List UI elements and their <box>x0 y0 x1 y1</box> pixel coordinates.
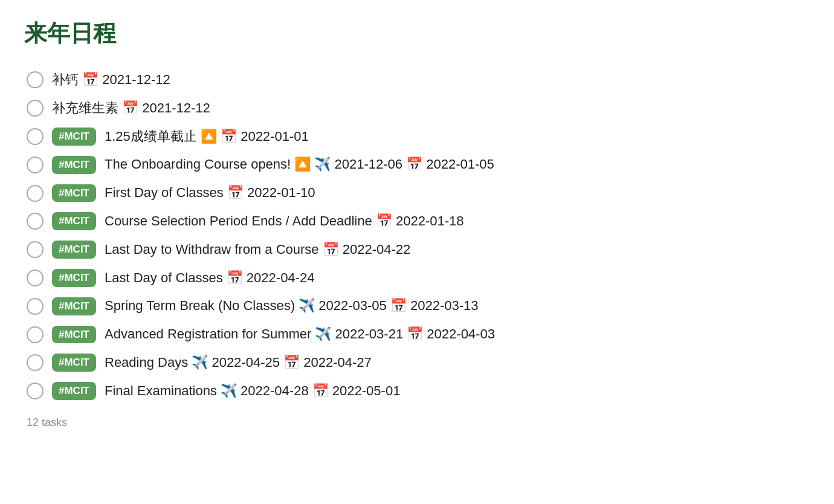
tag-mcit[interactable]: #MCIT <box>52 297 96 315</box>
tag-mcit[interactable]: #MCIT <box>52 156 96 174</box>
task-item: #MCITLast Day to Withdraw from a Course … <box>24 237 810 263</box>
task-item: #MCITFirst Day of Classes 📅 2022-01-10 <box>24 180 810 206</box>
task-count: 12 tasks <box>24 416 810 429</box>
task-item: #MCITThe Onboarding Course opens! 🔼 ✈️ 2… <box>24 152 810 178</box>
task-text: 1.25成绩单截止 🔼 📅 2022-01-01 <box>105 128 309 146</box>
task-text: Final Examinations ✈️ 2022-04-28 📅 2022-… <box>105 382 400 401</box>
task-checkbox[interactable] <box>27 157 44 173</box>
page-title: 来年日程 <box>24 18 810 49</box>
task-checkbox[interactable] <box>27 383 44 399</box>
task-text: First Day of Classes 📅 2022-01-10 <box>105 184 315 202</box>
task-checkbox[interactable] <box>27 241 44 258</box>
task-checkbox[interactable] <box>27 71 44 88</box>
task-list: 补钙 📅 2021-12-12补充维生素 📅 2021-12-12#MCIT1.… <box>24 67 810 404</box>
task-checkbox[interactable] <box>27 128 44 145</box>
task-text: Last Day to Withdraw from a Course 📅 202… <box>105 241 410 259</box>
task-checkbox[interactable] <box>27 100 44 117</box>
task-item: #MCITLast Day of Classes 📅 2022-04-24 <box>24 265 810 291</box>
tag-mcit[interactable]: #MCIT <box>52 382 96 400</box>
tag-mcit[interactable]: #MCIT <box>52 128 96 146</box>
task-item: 补钙 📅 2021-12-12 <box>24 67 810 93</box>
tag-mcit[interactable]: #MCIT <box>52 326 96 344</box>
task-item: #MCITReading Days ✈️ 2022-04-25 📅 2022-0… <box>24 350 810 376</box>
task-text: Spring Term Break (No Classes) ✈️ 2022-0… <box>105 297 479 315</box>
task-item: #MCITAdvanced Registration for Summer ✈️… <box>24 321 810 347</box>
task-checkbox[interactable] <box>27 185 44 202</box>
task-text: Last Day of Classes 📅 2022-04-24 <box>105 269 314 288</box>
task-text: 补充维生素 📅 2021-12-12 <box>52 99 210 118</box>
task-text: Advanced Registration for Summer ✈️ 2022… <box>105 325 495 344</box>
tag-mcit[interactable]: #MCIT <box>52 354 96 372</box>
task-checkbox[interactable] <box>27 354 44 371</box>
task-item: #MCITFinal Examinations ✈️ 2022-04-28 📅 … <box>24 378 810 404</box>
tag-mcit[interactable]: #MCIT <box>52 269 96 287</box>
task-checkbox[interactable] <box>27 298 44 315</box>
task-item: #MCITCourse Selection Period Ends / Add … <box>24 208 810 234</box>
task-text: Reading Days ✈️ 2022-04-25 📅 2022-04-27 <box>105 354 372 372</box>
task-checkbox[interactable] <box>27 213 44 230</box>
task-checkbox[interactable] <box>27 270 44 286</box>
tag-mcit[interactable]: #MCIT <box>52 184 96 202</box>
task-checkbox[interactable] <box>27 326 44 343</box>
task-text: Course Selection Period Ends / Add Deadl… <box>105 212 464 231</box>
task-text: The Onboarding Course opens! 🔼 ✈️ 2021-1… <box>105 155 494 174</box>
task-item: #MCITSpring Term Break (No Classes) ✈️ 2… <box>24 293 810 319</box>
task-text: 补钙 📅 2021-12-12 <box>52 71 170 89</box>
task-item: 补充维生素 📅 2021-12-12 <box>24 95 810 121</box>
tag-mcit[interactable]: #MCIT <box>52 241 96 259</box>
tag-mcit[interactable]: #MCIT <box>52 212 96 230</box>
task-item: #MCIT1.25成绩单截止 🔼 📅 2022-01-01 <box>24 124 810 150</box>
